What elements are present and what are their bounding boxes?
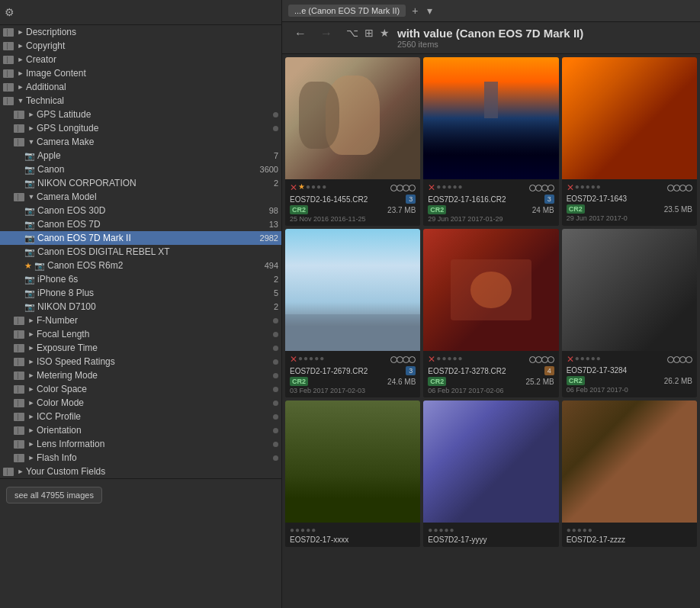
sidebar-item-iso-speed[interactable]: ►ISO Speed Ratings (0, 355, 281, 368)
book-icon (14, 426, 24, 435)
photo-card[interactable]: ●●●●● EOS7D2-17-xxxx (285, 401, 420, 547)
dot-indicator (273, 126, 278, 131)
sidebar-item-metering-mode[interactable]: ►Metering Mode (0, 368, 281, 382)
cr2-badge: CR2 (428, 377, 446, 386)
sidebar-item-label: ISO Speed Ratings (37, 356, 270, 367)
star-empty: ● (588, 526, 592, 534)
audi-logo (390, 185, 416, 191)
photo-card[interactable]: ●●●●● EOS7D2-17-zzzz (562, 401, 697, 547)
book-icon (14, 385, 24, 394)
photo-card[interactable]: ✕●●●●● EOS7D2-17-2679.CR2 3 CR2 24.6 MB … (285, 229, 420, 397)
sidebar-item-canon-7d[interactable]: 📷Canon EOS 7D13 (0, 217, 281, 231)
filter-icon[interactable]: ⚙ (5, 6, 14, 18)
dropdown-button[interactable]: ▾ (424, 3, 435, 18)
photo-card[interactable]: ✕●●●●● EOS7D2-17-1643 CR2 23.5 MB 29 Jun… (562, 57, 697, 226)
sidebar-item-lens-info[interactable]: ►Lens Information (0, 437, 281, 451)
triangle-icon: ▼ (27, 138, 35, 146)
photo-card[interactable]: ✕●●●●● EOS7D2-17-3278.CR2 4 CR2 25.2 MB … (423, 229, 558, 397)
photo-badge: 4 (544, 366, 554, 375)
book-icon (14, 111, 24, 119)
photo-size: 24.6 MB (387, 378, 416, 386)
book-icon (14, 372, 24, 380)
sidebar-item-image-content[interactable]: ►Image Content (0, 66, 281, 80)
filename-text: EOS7D2-17-3284 (567, 366, 628, 375)
active-tab[interactable]: ...e (Canon EOS 7D Mark II) (288, 5, 406, 17)
sidebar-item-flash-info[interactable]: ►Flash Info (0, 451, 281, 465)
sidebar-item-additional[interactable]: ►Additional (0, 80, 281, 94)
header-title-block: with value (Canon EOS 7D Mark II) 2560 i… (397, 27, 691, 49)
star-empty: ● (314, 354, 319, 365)
sidebar-item-creator[interactable]: ►Creator (0, 53, 281, 66)
star-filter-button[interactable]: ★ (380, 27, 390, 39)
add-tab-button[interactable]: + (409, 3, 421, 18)
dot-indicator (273, 332, 278, 337)
header-title: with value (Canon EOS 7D Mark II) (397, 27, 691, 40)
sidebar-item-icc-profile[interactable]: ►ICC Profile (0, 410, 281, 423)
star-filled: ★ (298, 182, 305, 193)
sidebar-item-f-number[interactable]: ►F-Number (0, 314, 281, 327)
tree-container: ►Descriptions►Copyright►Creator►Image Co… (0, 25, 281, 478)
audi-logo (390, 356, 416, 363)
sidebar-item-iphone-8-plus[interactable]: 📷iPhone 8 Plus5 (0, 286, 281, 300)
sidebar-item-camera-model[interactable]: ▼Camera Model (0, 190, 281, 204)
photo-dates: 03 Feb 2017 2017-02-03 (290, 387, 416, 394)
photo-meta: ✕★●●●● EOS7D2-16-1455.CR2 3 CR2 23.7 MB … (285, 179, 420, 226)
sidebar-item-label: Copyright (26, 40, 278, 51)
photo-card[interactable]: ●●●●● EOS7D2-17-yyyy (423, 401, 558, 547)
sidebar-item-iphone-6s[interactable]: 📷iPhone 6s2 (0, 272, 281, 286)
sidebar-item-focal-length[interactable]: ►Focal Length (0, 327, 281, 341)
item-count: 2 (274, 275, 278, 284)
sidebar-item-label: Additional (26, 82, 278, 92)
sidebar-item-gps-latitude[interactable]: ►GPS Latitude (0, 108, 281, 121)
photo-card[interactable]: ✕●●●●● EOS7D2-17-1616.CR2 3 CR2 24 MB 29… (423, 57, 558, 226)
sidebar-item-copyright[interactable]: ►Copyright (0, 39, 281, 53)
photo-card[interactable]: ✕●●●●● EOS7D2-17-3284 CR2 26.2 MB 06 Feb… (562, 229, 697, 397)
filter-button[interactable]: ⌥ (346, 27, 358, 39)
triangle-icon: ► (17, 42, 24, 50)
photo-top-row: ✕●●●●● (428, 182, 554, 193)
star-empty: ● (447, 354, 451, 365)
sidebar-item-nikon-d7100[interactable]: 📷NIKON D71002 (0, 300, 281, 314)
sidebar-item-nikon[interactable]: 📷NIKON CORPORATION2 (0, 176, 281, 190)
sidebar-item-label: Your Custom Fields (26, 466, 278, 477)
sidebar-item-canon-7d-mk2[interactable]: 📷Canon EOS 7D Mark II2982 (0, 231, 281, 245)
back-button[interactable]: ← (291, 27, 310, 40)
star-empty: ● (303, 354, 308, 365)
camera-icon: 📷 (24, 288, 35, 298)
photo-size: 24 MB (532, 206, 554, 214)
rating-stars: ✕●●●●● (428, 354, 462, 365)
sidebar-item-canon[interactable]: 📷Canon3600 (0, 162, 281, 176)
triangle-icon: ► (17, 83, 24, 91)
sidebar-item-exposure-time[interactable]: ►Exposure Time (0, 341, 281, 355)
sidebar-item-canon-r6m2[interactable]: ★📷Canon EOS R6m2494 (0, 259, 281, 272)
sidebar-item-canon-digital-rebel[interactable]: 📷Canon EOS DIGITAL REBEL XT (0, 245, 281, 259)
star-empty: ● (306, 526, 310, 534)
audi-logo (667, 185, 692, 191)
photo-card[interactable]: ✕★●●●● EOS7D2-16-1455.CR2 3 CR2 23.7 MB … (285, 57, 420, 226)
book-icon (14, 440, 24, 449)
forward-button[interactable]: → (317, 27, 336, 40)
sidebar-item-orientation[interactable]: ►Orientation (0, 423, 281, 437)
book-icon (14, 358, 24, 366)
toolbar: ...e (Canon EOS 7D Mark II) + ▾ (282, 0, 700, 22)
sidebar-item-label: Canon EOS DIGITAL REBEL XT (37, 246, 278, 257)
stack-button[interactable]: ⊞ (364, 27, 374, 39)
sidebar-item-apple[interactable]: 📷Apple7 (0, 149, 281, 162)
item-count: 13 (269, 220, 278, 229)
see-all-button[interactable]: see all 47955 images (6, 487, 102, 503)
sidebar-item-custom-fields[interactable]: ►Your Custom Fields (0, 465, 281, 478)
book-icon (14, 454, 24, 462)
sidebar-item-label: Canon (37, 164, 257, 175)
sidebar-item-gps-longitude[interactable]: ►GPS Longitude (0, 121, 281, 135)
triangle-icon: ► (17, 56, 24, 63)
photo-top-row: ●●●●● (290, 526, 416, 534)
sidebar-item-canon-30d[interactable]: 📷Canon EOS 30D98 (0, 204, 281, 217)
triangle-icon: ► (27, 124, 35, 132)
sidebar-item-color-mode[interactable]: ►Color Mode (0, 396, 281, 410)
sidebar-item-technical[interactable]: ▼Technical (0, 94, 281, 108)
sidebar-item-descriptions[interactable]: ►Descriptions (0, 25, 281, 39)
sidebar-item-color-space[interactable]: ►Color Space (0, 382, 281, 396)
sidebar-item-camera-make[interactable]: ▼Camera Make (0, 135, 281, 149)
sidebar-item-label: NIKON D7100 (37, 301, 271, 312)
book-icon (14, 399, 24, 407)
